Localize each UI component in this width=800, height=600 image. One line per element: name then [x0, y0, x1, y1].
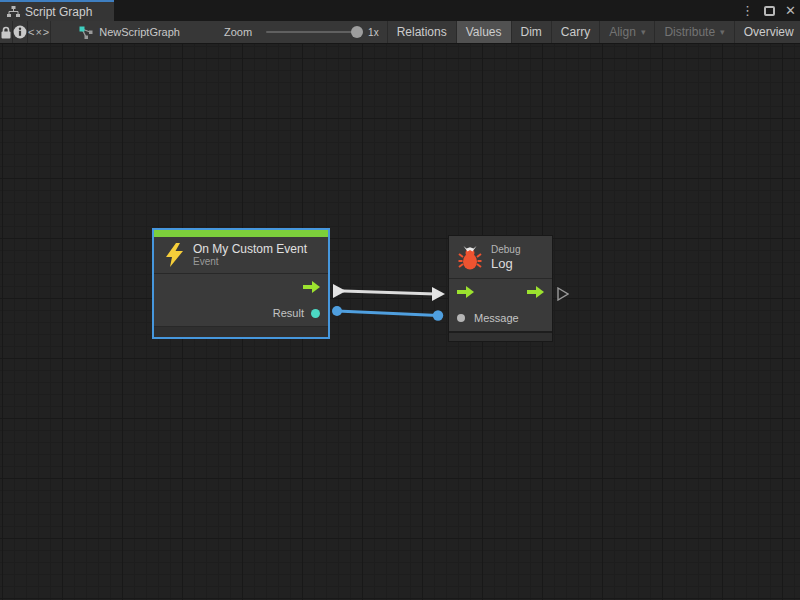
- node-footer: [154, 327, 328, 337]
- visual-scripting-window: Script Graph ⋮ ✕ <×>: [0, 0, 800, 600]
- port-label-result: Result: [273, 307, 304, 319]
- distribute-button[interactable]: Distribute ▾: [655, 21, 734, 43]
- relations-button[interactable]: Relations: [388, 21, 457, 43]
- close-icon[interactable]: ✕: [785, 0, 796, 21]
- flow-output-port-icon[interactable]: [527, 286, 544, 298]
- toolbar-middle: NewScriptGraph Zoom 1x: [51, 21, 387, 43]
- graph-name-label: NewScriptGraph: [99, 26, 180, 38]
- node-footer: [449, 333, 552, 341]
- tab-script-graph[interactable]: Script Graph: [0, 0, 114, 21]
- port-row-result: Result: [154, 300, 328, 326]
- lightning-bolt-icon: [165, 243, 184, 267]
- lock-icon: [0, 26, 12, 39]
- align-button[interactable]: Align ▾: [600, 21, 655, 43]
- chevron-down-icon: ▾: [641, 27, 646, 37]
- zoom-label: Zoom: [224, 26, 252, 38]
- lock-button[interactable]: [0, 21, 13, 43]
- event-color-strip: [154, 230, 328, 237]
- node-on-my-custom-event[interactable]: On My Custom Event Event Result: [152, 228, 330, 339]
- chevron-down-icon: ▾: [720, 27, 725, 37]
- node-title: On My Custom Event: [193, 242, 307, 256]
- node-header[interactable]: On My Custom Event Event: [154, 237, 328, 273]
- graph-canvas[interactable]: [0, 44, 800, 600]
- port-row-message: Message: [449, 305, 552, 331]
- port-label-message: Message: [474, 312, 519, 324]
- message-port-icon[interactable]: [457, 314, 465, 322]
- window-menu-icon[interactable]: ⋮: [741, 0, 754, 21]
- script-graph-icon: [79, 26, 93, 39]
- zoom-value: 1x: [368, 27, 379, 38]
- port-row-flow-out: [154, 274, 328, 300]
- node-header[interactable]: Debug Log: [449, 236, 552, 278]
- node-debug-log[interactable]: Debug Log Message: [448, 235, 553, 342]
- code-preview-button[interactable]: <×>: [28, 21, 51, 43]
- carry-button[interactable]: Carry: [552, 21, 600, 43]
- overview-button[interactable]: Overview: [735, 21, 800, 43]
- graph-hierarchy-icon: [7, 6, 20, 17]
- node-title: Log: [491, 256, 520, 271]
- maximize-icon[interactable]: [764, 6, 775, 16]
- node-category: Debug: [491, 244, 520, 256]
- bug-icon: [458, 245, 482, 270]
- info-icon: [13, 25, 27, 39]
- code-icon: <×>: [28, 26, 50, 38]
- zoom-slider-handle[interactable]: [351, 26, 363, 38]
- node-subtitle: Event: [193, 256, 307, 268]
- zoom-control: Zoom 1x: [224, 26, 387, 38]
- flow-output-port-icon[interactable]: [303, 281, 320, 293]
- graph-name-chip[interactable]: NewScriptGraph: [79, 26, 180, 39]
- graph-toolbar: <×> NewScriptGraph Zoom 1x Re: [0, 21, 800, 44]
- unconnected-flow-arrow-icon[interactable]: [557, 287, 569, 301]
- values-button[interactable]: Values: [457, 21, 512, 43]
- flow-input-port-icon[interactable]: [457, 286, 474, 298]
- port-row-flow: [449, 279, 552, 305]
- dim-button[interactable]: Dim: [512, 21, 552, 43]
- result-port-icon[interactable]: [311, 309, 320, 318]
- window-controls: ⋮ ✕: [741, 0, 796, 21]
- zoom-slider[interactable]: [266, 31, 360, 33]
- tab-bar: Script Graph ⋮ ✕: [0, 0, 800, 21]
- inspect-button[interactable]: [13, 21, 28, 43]
- tab-title: Script Graph: [25, 5, 92, 19]
